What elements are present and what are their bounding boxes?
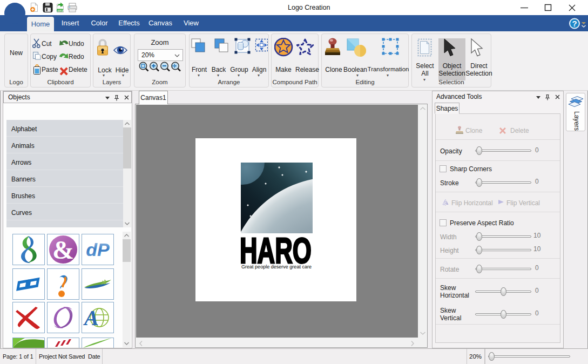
svg-text:dP: dP <box>86 239 110 260</box>
svg-text:EXPORT: EXPORT <box>58 10 66 12</box>
svg-text:Great people deserve great car: Great people deserve great care <box>241 264 312 269</box>
svg-text:A: A <box>83 306 99 330</box>
svg-text:&: & <box>52 235 74 264</box>
svg-text:?: ? <box>572 19 577 28</box>
